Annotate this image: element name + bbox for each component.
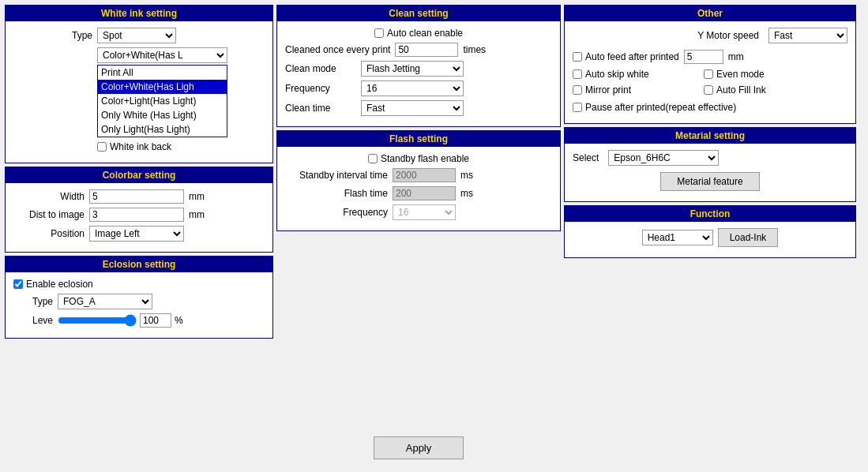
colorbar-title: Colorbar setting [6,167,272,183]
auto-feed-label[interactable]: Auto feed after printed [573,51,679,62]
frequency-select[interactable]: 16 [361,81,464,96]
mirror-print-label[interactable]: Mirror print [573,84,699,96]
flash-frequency-select[interactable]: 16 [393,204,456,220]
standby-interval-label: Standby interval time [285,170,388,181]
clean-mode-select[interactable]: Flash Jetting [361,61,464,77]
apply-button[interactable]: Apply [374,436,464,459]
function-panel: Function Head1 Load-Ink [564,205,856,258]
auto-skip-label[interactable]: Auto skip white [573,69,699,80]
dropdown-item[interactable]: Print All [98,66,227,80]
material-panel: Metarial setting Select Epson_6H6C Metar… [564,127,856,202]
clean-time-select[interactable]: Fast [361,100,464,116]
clean-mode-label: Clean mode [285,63,356,74]
material-title: Metarial setting [565,128,855,144]
eclosion-type-label: Type [13,296,53,307]
flash-title: Flash setting [277,131,560,147]
flash-time-unit: ms [460,188,473,199]
flash-time-input[interactable] [393,186,456,200]
eclosion-panel: Eclosion setting Enable eclosion Type FO… [5,256,273,339]
width-label: Width [13,191,85,202]
auto-feed-unit: mm [728,51,744,62]
white-ink-back-label[interactable]: White ink back [97,141,171,152]
position-label: Position [13,228,85,239]
other-title: Other [565,6,855,21]
pause-checkbox[interactable] [573,103,582,112]
eclosion-type-select[interactable]: FOG_A [58,294,152,309]
even-mode-label[interactable]: Even mode [704,69,765,80]
cleaned-once-label: Cleaned once every print [285,44,390,55]
standby-interval-input[interactable] [393,168,456,182]
cleaned-once-input[interactable] [395,43,458,57]
auto-clean-label[interactable]: Auto clean enable [374,28,463,39]
function-title: Function [565,206,855,222]
flash-frequency-label: Frequency [285,207,388,218]
cleaned-once-unit: times [463,44,486,55]
mirror-print-checkbox[interactable] [573,85,582,95]
clean-time-label: Clean time [285,103,356,114]
dropdown-item[interactable]: Color+Light(Has Light) [98,94,227,108]
pause-label[interactable]: Pause after printed(repeat effective) [573,102,736,113]
y-motor-select[interactable]: Fast [768,28,847,43]
clean-panel: Clean setting Auto clean enable Cleaned … [276,5,561,127]
dist-input[interactable] [89,208,184,222]
other-panel: Other Y Motor speed Fast Auto feed after… [564,5,856,124]
enable-eclosion-checkbox[interactable] [13,279,23,289]
material-select-label: Select [573,152,599,163]
eclosion-title: Eclosion setting [6,257,272,272]
flash-time-label: Flash time [285,188,388,199]
auto-feed-input[interactable] [684,50,723,64]
material-feature-button[interactable]: Metarial feature [660,172,759,191]
load-ink-button[interactable]: Load-Ink [718,228,779,247]
type-label: Type [13,30,92,41]
width-unit: mm [189,191,205,202]
eclosion-level-unit: % [175,315,183,326]
auto-fill-checkbox[interactable] [704,85,713,95]
dropdown-list: Print All Color+White(Has Ligh Color+Lig… [97,65,227,137]
position-select[interactable]: Image Left [89,226,184,242]
dropdown-item[interactable]: Only White (Has Light) [98,108,227,122]
channel-select[interactable]: Color+White(Has L [97,47,227,63]
frequency-label: Frequency [285,83,356,94]
dist-label: Dist to image [13,209,85,220]
white-ink-back-checkbox[interactable] [97,142,107,152]
auto-fill-label[interactable]: Auto Fill Ink [704,84,766,96]
standby-interval-unit: ms [460,170,473,181]
type-select[interactable]: Spot [97,28,176,43]
even-mode-checkbox[interactable] [704,69,713,79]
head-select[interactable]: Head1 [642,230,713,245]
standby-flash-checkbox[interactable] [368,154,378,163]
dropdown-item[interactable]: Only Light(Has Light) [98,122,227,137]
auto-skip-checkbox[interactable] [573,69,582,79]
flash-panel: Flash setting Standby flash enable Stand… [276,130,561,231]
white-ink-title: White ink setting [6,6,272,21]
dropdown-item-selected[interactable]: Color+White(Has Ligh [98,80,227,94]
auto-feed-checkbox[interactable] [573,52,582,62]
auto-clean-checkbox[interactable] [374,28,384,38]
standby-flash-label[interactable]: Standby flash enable [368,153,469,164]
eclosion-level-range[interactable] [58,314,137,327]
width-input[interactable] [89,189,184,204]
eclosion-level-input[interactable] [140,313,171,328]
clean-title: Clean setting [277,6,560,21]
enable-eclosion-label[interactable]: Enable eclosion [13,279,93,290]
white-ink-panel: White ink setting Type Spot Color+White(… [5,5,273,163]
y-motor-label: Y Motor speed [697,30,759,41]
dist-unit: mm [189,209,205,220]
eclosion-level-label: Leve [13,315,53,326]
material-select[interactable]: Epson_6H6C [608,150,719,166]
colorbar-panel: Colorbar setting Width mm Dist to image … [5,167,273,253]
